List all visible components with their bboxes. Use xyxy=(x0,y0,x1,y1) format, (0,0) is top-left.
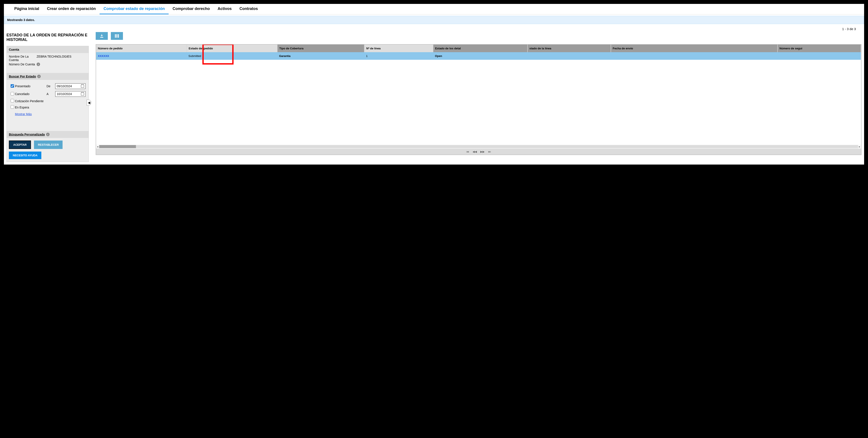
reset-button[interactable]: RESTABLECER xyxy=(34,140,63,149)
checkbox-pending-quote[interactable] xyxy=(10,99,14,102)
calendar-icon xyxy=(81,85,84,88)
info-icon[interactable]: i xyxy=(37,75,41,78)
order-number-link[interactable]: XXXXXX xyxy=(98,54,109,58)
tab-bar: Página inicial Crear orden de reparación… xyxy=(4,4,864,14)
col-order-number[interactable]: Número de pedido xyxy=(96,44,187,52)
pager-prev-icon[interactable]: ◀◀ xyxy=(472,150,477,153)
account-name-value: ZEBRA TECHNOLOGIES xyxy=(37,55,71,58)
checkbox-submitted[interactable] xyxy=(10,84,14,88)
horizontal-scrollbar[interactable]: ◄ ► xyxy=(96,145,861,149)
col-line-number[interactable]: Nº de línea xyxy=(364,44,433,52)
tab-create-order[interactable]: Crear orden de reparación xyxy=(43,4,100,14)
pager-last-icon[interactable]: ⏭ xyxy=(488,150,491,153)
from-label: De xyxy=(46,85,55,88)
col-order-status[interactable]: Estado del pedido xyxy=(187,44,278,52)
account-number-label: Número De Cuenta xyxy=(9,63,37,66)
cell-ship-date xyxy=(611,52,777,60)
svg-rect-3 xyxy=(118,34,119,38)
show-more-link[interactable]: Mostrar Más xyxy=(15,113,32,116)
cell-detail-status: Open xyxy=(433,52,527,60)
cell-coverage: Garantía xyxy=(277,52,364,60)
account-header: Cuenta xyxy=(7,46,89,53)
records-banner: Mostrando 3 datos. xyxy=(4,16,864,24)
checkbox-cancelled[interactable] xyxy=(10,92,14,95)
svg-rect-0 xyxy=(100,37,103,38)
columns-icon xyxy=(115,34,119,38)
page-count: 1 - 3 de 3 xyxy=(4,24,864,32)
col-coverage-type[interactable]: Tipo de Cobertura xyxy=(277,44,364,52)
pager-first-icon[interactable]: ⏮ xyxy=(466,150,469,153)
cell-line-status xyxy=(528,52,611,60)
pager-next-icon[interactable]: ▶▶ xyxy=(480,150,485,153)
accept-button[interactable]: ACEPTAR xyxy=(9,140,31,149)
label-on-hold: En Espera xyxy=(15,106,86,109)
table-row[interactable]: XXXXXX Submitted Garantía 1 Open xyxy=(96,52,861,60)
tab-entitlement[interactable]: Comprobar derecho xyxy=(168,4,214,14)
label-cancelled: Cancelado xyxy=(15,92,46,96)
page-title: ESTADO DE LA ORDEN DE REPARACIÓN E HISTO… xyxy=(6,32,89,46)
filter-panel: Cuenta Nombre De La Cuenta ZEBRA TECHNOL… xyxy=(6,46,89,162)
to-label: A xyxy=(46,92,55,96)
label-submitted: Presentado xyxy=(15,85,46,88)
calendar-icon xyxy=(81,92,84,95)
pager[interactable]: ⏮ ◀◀ ▶▶ ⏭ xyxy=(96,149,861,155)
download-icon xyxy=(100,34,104,38)
search-by-status-header: Buscar Por Estado i xyxy=(7,73,89,80)
col-detail-status[interactable]: Estado de los detal xyxy=(433,44,527,52)
tab-home[interactable]: Página inicial xyxy=(10,4,43,14)
col-line-status[interactable]: stado de la línea xyxy=(528,44,611,52)
svg-rect-2 xyxy=(117,34,117,38)
date-to-input[interactable]: 10/10/2024 xyxy=(55,91,86,97)
results-table: Número de pedido Estado del pedido Tipo … xyxy=(96,44,862,155)
chevron-left-icon: ◀ xyxy=(88,101,90,104)
tab-check-repair-status[interactable]: Comprobar estado de reparación xyxy=(100,4,168,14)
svg-rect-1 xyxy=(115,34,116,38)
label-pending-quote: Cotización Pendiente xyxy=(15,99,86,103)
download-button[interactable] xyxy=(96,32,108,40)
help-button[interactable]: NECESITO AYUDA xyxy=(9,152,41,159)
account-name-label: Nombre De La Cuenta xyxy=(9,55,37,62)
date-from-input[interactable]: 09/10/2024 xyxy=(55,83,86,89)
col-tracking-number[interactable]: Número de segui xyxy=(777,44,861,52)
cell-line-no: 1 xyxy=(364,52,433,60)
tab-contracts[interactable]: Contratos xyxy=(236,4,262,14)
custom-search-header[interactable]: Búsqueda Personalizada i xyxy=(7,131,89,138)
tab-assets[interactable]: Activos xyxy=(214,4,236,14)
checkbox-on-hold[interactable] xyxy=(10,105,14,109)
cell-order-status: Submitted xyxy=(187,52,278,60)
col-ship-date[interactable]: Fecha de envío xyxy=(611,44,777,52)
info-icon[interactable]: i xyxy=(37,63,40,66)
columns-button[interactable] xyxy=(111,32,123,40)
info-icon[interactable]: i xyxy=(46,133,50,136)
cell-tracking xyxy=(777,52,861,60)
